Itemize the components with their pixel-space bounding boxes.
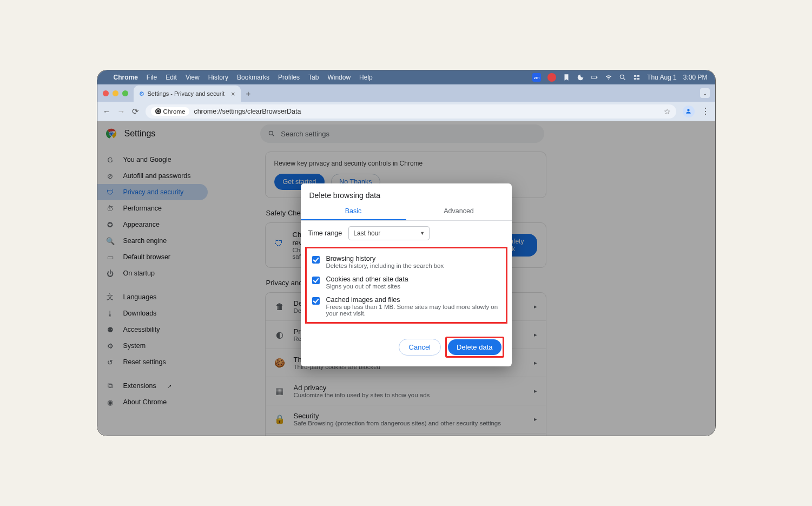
svg-point-7 xyxy=(687,109,689,111)
checkbox-icon[interactable] xyxy=(312,256,320,264)
ad-icon: ▦ xyxy=(274,386,285,396)
sidebar-item-extensions[interactable]: ⧉Extensions↗ xyxy=(97,378,208,394)
control-center-icon[interactable] xyxy=(633,74,641,81)
address-bar[interactable]: Chrome chrome://settings/clearBrowserDat… xyxy=(146,104,676,119)
url-bar: ← → ⟳ Chrome chrome://settings/clearBrow… xyxy=(97,102,715,121)
forward-button[interactable]: → xyxy=(117,107,126,116)
checkbox-icon[interactable] xyxy=(312,277,320,284)
sidebar-item-about[interactable]: ◉About Chrome xyxy=(97,394,208,410)
chevron-right-icon: ▸ xyxy=(534,331,537,338)
svg-rect-6 xyxy=(637,78,640,80)
row-security[interactable]: 🔒SecuritySafe Browsing (protection from … xyxy=(266,405,546,433)
dialog-title: Delete browsing data xyxy=(301,183,512,203)
menubar-time[interactable]: 3:00 PM xyxy=(683,74,708,81)
tab-favicon-gear-icon: ⚙ xyxy=(139,90,144,97)
sidebar-item-on-startup[interactable]: ⏻On startup xyxy=(97,265,208,281)
menu-history[interactable]: History xyxy=(208,74,228,81)
key-icon: ⊘ xyxy=(106,172,115,180)
status-icon[interactable] xyxy=(547,73,556,82)
new-tab-button[interactable]: + xyxy=(246,89,251,98)
checkbox-cookies[interactable]: Cookies and other site dataSigns you out… xyxy=(310,272,503,293)
sidebar-item-appearance[interactable]: ✪Appearance xyxy=(97,216,208,233)
back-button[interactable]: ← xyxy=(103,107,111,116)
speed-icon: ⏱ xyxy=(106,205,115,213)
time-range-select[interactable]: Last hour ▼ xyxy=(348,226,430,240)
lock-icon: 🔒 xyxy=(274,414,285,424)
svg-point-2 xyxy=(620,75,624,78)
checkbox-browsing-history[interactable]: Browsing historyDeletes history, includi… xyxy=(310,252,503,272)
sidebar-item-autofill[interactable]: ⊘Autofill and passwords xyxy=(97,168,208,184)
tab-strip: ⚙ Settings - Privacy and securit × + ⌄ xyxy=(97,84,715,102)
sidebar-item-search-engine[interactable]: 🔍Search engine xyxy=(97,233,208,249)
guide-text: Review key privacy and security controls… xyxy=(274,160,537,167)
cancel-button[interactable]: Cancel xyxy=(399,339,441,356)
menu-tab[interactable]: Tab xyxy=(308,74,319,81)
settings-header: Settings Search settings xyxy=(97,121,715,146)
maximize-window-button[interactable] xyxy=(122,90,128,96)
bookmark-icon[interactable] xyxy=(563,74,570,81)
row-site-settings[interactable]: ⚎Site settingsControls what information … xyxy=(266,433,546,436)
traffic-lights xyxy=(103,90,128,96)
wifi-icon[interactable] xyxy=(605,74,612,81)
menu-edit[interactable]: Edit xyxy=(166,74,177,81)
bookmark-star-icon[interactable]: ☆ xyxy=(664,107,671,116)
tab-advanced[interactable]: Advanced xyxy=(406,203,512,220)
chrome-logo-icon xyxy=(106,128,117,139)
search-icon xyxy=(268,130,275,137)
delete-browsing-data-dialog: Delete browsing data Basic Advanced Time… xyxy=(301,183,512,366)
svg-rect-4 xyxy=(637,75,640,77)
chrome-menu-button[interactable]: ⋮ xyxy=(701,106,710,116)
window-frame: Chrome File Edit View History Bookmarks … xyxy=(97,70,715,436)
sidebar-item-languages[interactable]: 文Languages xyxy=(97,289,208,305)
sidebar-item-accessibility[interactable]: ⚉Accessibility xyxy=(97,321,208,338)
sidebar-item-privacy[interactable]: 🛡Privacy and security xyxy=(97,184,208,200)
profile-avatar[interactable] xyxy=(683,106,695,117)
settings-title: Settings xyxy=(124,129,156,139)
chrome-chip-icon xyxy=(155,108,161,114)
search-settings-input[interactable]: Search settings xyxy=(260,124,544,143)
checkbox-cached-images[interactable]: Cached images and filesFrees up less tha… xyxy=(310,293,503,320)
dialog-tabs: Basic Advanced xyxy=(301,203,512,221)
search-placeholder: Search settings xyxy=(281,130,329,138)
cookie-icon: 🍪 xyxy=(274,358,285,368)
url-text: chrome://settings/clearBrowserData xyxy=(194,108,301,115)
search-icon[interactable] xyxy=(619,74,626,81)
browser-tab[interactable]: ⚙ Settings - Privacy and securit × xyxy=(134,86,241,102)
content-area: Settings Search settings GYou and Google… xyxy=(97,121,715,436)
menu-window[interactable]: Window xyxy=(327,74,351,81)
chevron-right-icon: ▸ xyxy=(534,303,537,310)
palette-icon: ✪ xyxy=(106,221,115,229)
minimize-window-button[interactable] xyxy=(113,90,118,96)
sidebar-item-performance[interactable]: ⏱Performance xyxy=(97,200,208,216)
menu-profiles[interactable]: Profiles xyxy=(278,74,300,81)
tab-basic[interactable]: Basic xyxy=(301,203,406,220)
chevron-right-icon: ▸ xyxy=(534,416,537,423)
sidebar-item-default-browser[interactable]: ▭Default browser xyxy=(97,249,208,265)
menu-bookmarks[interactable]: Bookmarks xyxy=(237,74,269,81)
close-tab-icon[interactable]: × xyxy=(231,90,235,98)
menubar-app[interactable]: Chrome xyxy=(114,74,138,81)
chrome-icon: ◉ xyxy=(106,398,115,406)
reload-button[interactable]: ⟳ xyxy=(132,107,139,116)
menu-view[interactable]: View xyxy=(186,74,200,81)
menu-help[interactable]: Help xyxy=(359,74,373,81)
row-ad-privacy[interactable]: ▦Ad privacyCustomize the info used by si… xyxy=(266,377,546,405)
sidebar-item-reset[interactable]: ↺Reset settings xyxy=(97,354,208,370)
tabs-dropdown-button[interactable]: ⌄ xyxy=(700,88,710,98)
external-link-icon: ↗ xyxy=(167,383,171,389)
sidebar-item-system[interactable]: ⚙System xyxy=(97,338,208,354)
settings-sidebar: GYou and Google ⊘Autofill and passwords … xyxy=(97,121,211,436)
close-window-button[interactable] xyxy=(103,90,109,96)
sidebar-item-downloads[interactable]: ⭳Downloads xyxy=(97,305,208,321)
sidebar-item-you-and-google[interactable]: GYou and Google xyxy=(97,152,208,168)
checkbox-icon[interactable] xyxy=(312,297,320,305)
moon-icon[interactable] xyxy=(577,74,584,81)
site-chip[interactable]: Chrome xyxy=(151,107,190,116)
dropdown-arrow-icon: ▼ xyxy=(420,231,425,236)
delete-data-button[interactable]: Delete data xyxy=(448,339,501,355)
trash-icon: 🗑 xyxy=(274,302,285,312)
menu-file[interactable]: File xyxy=(147,74,157,81)
zoom-icon[interactable]: zm xyxy=(532,73,541,82)
menubar-date[interactable]: Thu Aug 1 xyxy=(647,74,677,81)
battery-icon[interactable] xyxy=(591,74,598,81)
